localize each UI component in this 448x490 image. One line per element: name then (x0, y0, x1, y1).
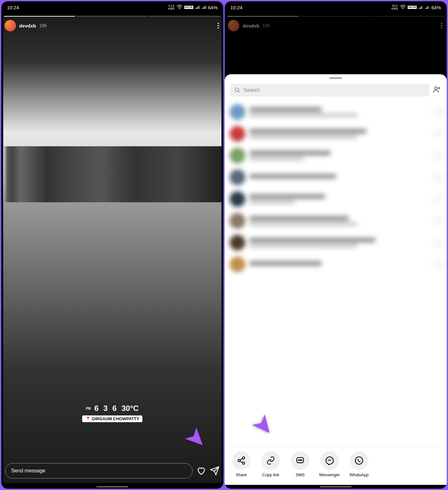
svg-point-9 (300, 460, 300, 461)
message-input[interactable]: Send message (5, 463, 193, 478)
share-option-whatsapp[interactable]: WhatsApp (348, 451, 370, 477)
volte-icon: VoLTE (184, 6, 193, 9)
svg-point-0 (179, 8, 180, 9)
home-indicator[interactable] (96, 486, 128, 487)
story-header: devdxb 15h (228, 20, 444, 31)
network-speed: 0.13KB/S (168, 4, 175, 10)
sms-icon (296, 456, 305, 465)
more-options-icon (440, 21, 444, 30)
signal-icon-1 (419, 5, 423, 10)
story-viewer[interactable]: PM 6 3 6 30°C 📍 GIRGAUM CHOWPATTY devdxb… (1, 13, 223, 485)
search-icon (234, 87, 241, 93)
sheet-handle[interactable] (329, 77, 342, 79)
status-indicators: 0.13KB/S VoLTE 64% (168, 4, 218, 10)
search-input[interactable]: Search (230, 84, 429, 97)
story-viewer-dimmed: devdxb 15h Search (225, 13, 447, 485)
svg-point-4 (243, 457, 245, 459)
battery-percent: 64% (431, 5, 441, 10)
svg-point-8 (298, 460, 299, 461)
link-icon (266, 456, 275, 465)
story-stickers: PM 6 3 6 30°C 📍 GIRGAUM CHOWPATTY (82, 403, 142, 422)
story-header: devdxb 15h (4, 20, 220, 31)
wifi-icon (177, 5, 182, 10)
wifi-icon (400, 5, 406, 10)
svg-point-3 (435, 87, 437, 89)
share-icon (237, 456, 246, 465)
story-progress (4, 16, 221, 17)
story-media[interactable]: PM 6 3 6 30°C 📍 GIRGAUM CHOWPATTY (3, 15, 221, 483)
svg-point-10 (301, 460, 302, 461)
time-temp-sticker[interactable]: PM 6 3 6 30°C (86, 403, 139, 414)
username[interactable]: devdxb (19, 23, 36, 28)
user-avatar[interactable] (4, 20, 16, 31)
username: devdxb (243, 23, 260, 28)
signal-icon-1 (195, 5, 200, 10)
share-send-icon[interactable] (210, 466, 220, 476)
story-footer: Send message (5, 463, 220, 478)
svg-point-1 (403, 8, 403, 9)
svg-point-6 (243, 462, 245, 464)
story-time: 15h (39, 23, 47, 28)
volte-icon: VoLTE (408, 6, 417, 9)
svg-point-5 (238, 460, 240, 462)
messenger-icon (325, 456, 334, 465)
status-indicators: 34.0KB/S VoLTE 64% (391, 4, 441, 10)
more-options-icon[interactable] (216, 21, 220, 30)
contact-list-blurred (225, 101, 447, 446)
phone-screen-1: 10:24 0.13KB/S VoLTE 64% PM 6 (1, 1, 223, 489)
share-option-share[interactable]: Share (230, 451, 252, 477)
phone-screen-2: 10:24 34.0KB/S VoLTE 64% devdxb 15h S (225, 1, 447, 489)
status-time: 10:24 (230, 5, 243, 10)
svg-point-11 (355, 457, 363, 464)
share-options-row: Share Copy link SMS Messenger WhatsApp (225, 446, 447, 485)
share-option-messenger[interactable]: Messenger (319, 451, 340, 477)
share-search-row: Search (225, 82, 447, 101)
signal-icon-2 (425, 5, 429, 10)
user-avatar (228, 20, 239, 31)
home-indicator[interactable] (320, 486, 352, 487)
share-option-sms[interactable]: SMS (289, 451, 311, 477)
location-pin-icon: 📍 (85, 416, 91, 421)
create-group-icon[interactable] (433, 85, 442, 95)
battery-percent: 64% (208, 5, 218, 10)
svg-point-2 (235, 88, 239, 92)
story-time: 15h (263, 23, 270, 28)
like-icon[interactable] (196, 466, 206, 476)
network-speed: 34.0KB/S (391, 4, 398, 10)
status-bar: 10:24 0.13KB/S VoLTE 64% (1, 1, 223, 13)
share-option-copy-link[interactable]: Copy link (260, 451, 282, 477)
story-progress (227, 16, 444, 17)
status-time: 10:24 (7, 5, 19, 10)
location-sticker[interactable]: 📍 GIRGAUM CHOWPATTY (82, 415, 142, 422)
whatsapp-icon (355, 456, 364, 465)
signal-icon-2 (202, 5, 206, 10)
status-bar: 10:24 34.0KB/S VoLTE 64% (225, 1, 447, 13)
